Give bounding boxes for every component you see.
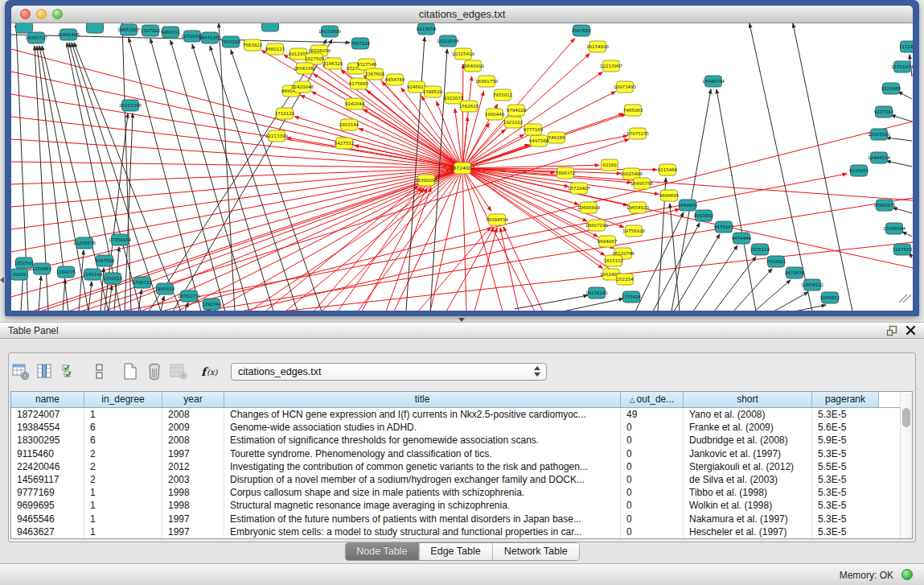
table-selector-dropdown[interactable]: citations_edges.txt (231, 363, 547, 381)
graph-node[interactable]: 6497568 (529, 135, 549, 146)
graph-node[interactable]: 18724007 (450, 163, 475, 174)
graph-node[interactable]: 2367608 (365, 68, 385, 80)
graph-node[interactable]: 1733426 (622, 291, 642, 303)
graph-node[interactable]: 9794028 (507, 105, 527, 116)
graph-node[interactable]: 8953892 (694, 210, 714, 221)
graph-node[interactable]: 7857224 (351, 38, 371, 49)
graph-node[interactable]: 8660123 (265, 43, 285, 55)
graph-node[interactable]: 9777169 (524, 124, 544, 135)
graph-node[interactable]: 18807299 (585, 220, 608, 231)
graph-node[interactable] (87, 23, 104, 33)
graph-node[interactable]: 15992971 (873, 200, 896, 211)
graph-node[interactable]: 9466161 (161, 27, 181, 38)
graph-node[interactable]: 19654923 (626, 202, 649, 213)
graph-node[interactable]: 10973493 (614, 81, 636, 93)
graph-node[interactable]: 1995818 (155, 283, 175, 295)
table-row[interactable]: 1456911722003Disruption of a novel membe… (11, 473, 912, 486)
graph-node[interactable]: 1292344 (202, 299, 222, 310)
scrollbar-thumb[interactable] (902, 408, 910, 427)
graph-node[interactable]: 19218986 (437, 35, 459, 47)
graph-node[interactable]: 14671355 (199, 32, 221, 43)
table-row[interactable]: 969969511998Structural magnetic resonanc… (11, 499, 912, 512)
graph-node[interactable]: 16543362 (294, 63, 316, 74)
table-row[interactable]: 911546021997Tourette syndrome. Phenomeno… (11, 447, 912, 460)
graph-node[interactable]: 18300295 (415, 175, 437, 186)
graph-node[interactable]: 15720407 (568, 183, 590, 194)
table-row[interactable]: 1872400712008Changes of HCN gene express… (11, 408, 912, 421)
window-titlebar[interactable]: citations_edges.txt (11, 6, 913, 23)
vertical-scrollbar[interactable] (900, 393, 913, 538)
graph-node[interactable]: 19756928 (622, 225, 645, 237)
graph-node[interactable]: 1527002 (141, 25, 161, 36)
graph-node[interactable]: 1156863 (32, 263, 52, 274)
graph-node[interactable]: 12444154 (868, 152, 890, 163)
graph-node[interactable]: 7955812 (493, 89, 513, 101)
show-column-icon[interactable] (35, 362, 55, 381)
graph-node[interactable]: 62160 (602, 159, 618, 171)
graph-node[interactable]: 9397588 (95, 255, 115, 266)
create-column-icon[interactable] (121, 362, 140, 381)
graph-node[interactable]: 20153346 (119, 100, 142, 111)
graph-node[interactable]: 10654112 (801, 279, 823, 290)
graph-node[interactable]: 12213399 (265, 130, 288, 142)
graph-node[interactable]: 9684067 (598, 236, 618, 247)
graph-node[interactable]: 16648794 (702, 76, 725, 87)
function-builder-icon[interactable]: f (x) (199, 362, 225, 381)
graph-node[interactable]: 1640954 (678, 200, 698, 211)
graph-node[interactable]: 1167533 (893, 244, 913, 255)
network-canvas[interactable]: 1872400786601238912955182260581827509818… (11, 23, 913, 311)
graph-node[interactable]: 1615152 (604, 255, 624, 266)
graph-node[interactable] (262, 23, 279, 31)
table-row[interactable]: 946362711997Embryonic stem cells: a mode… (11, 525, 912, 538)
tab-edge-table[interactable]: Edge Table (419, 543, 492, 560)
graph-node[interactable]: 8471676 (785, 267, 805, 278)
column-header-title[interactable]: title (224, 392, 621, 407)
panel-collapse-arrow[interactable] (0, 277, 4, 283)
graph-node[interactable]: 7615526 (221, 36, 241, 47)
select-all-columns-icon[interactable] (60, 362, 79, 381)
graph-node[interactable]: 17359924 (109, 234, 131, 245)
graph-node[interactable]: 20891406 (57, 29, 80, 40)
memory-ok-indicator[interactable] (901, 569, 913, 580)
canvas-resize-grip[interactable] (899, 295, 911, 303)
graph-node[interactable]: 16033809 (318, 26, 341, 37)
graph-node[interactable]: 9699695 (659, 190, 680, 201)
graph-node[interactable]: 16782759 (178, 290, 200, 302)
graph-node[interactable]: 9115460 (658, 164, 678, 175)
graph-node[interactable]: 1921022 (503, 117, 524, 128)
graph-node[interactable]: 2803144 (339, 119, 359, 130)
column-header-out_de[interactable]: △out_de... (621, 392, 684, 407)
unselect-all-columns-icon[interactable] (90, 362, 109, 381)
graph-node[interactable] (16, 23, 33, 33)
graph-node[interactable]: 2718120 (275, 108, 295, 119)
graph-node[interactable]: 9245652 (820, 292, 840, 303)
graph-node[interactable]: 7886372 (556, 167, 576, 179)
tab-node-table[interactable]: Node Table (345, 543, 419, 560)
graph-node[interactable]: 1145194 (83, 269, 103, 280)
graph-node[interactable]: 9175685 (349, 78, 369, 89)
close-panel-icon[interactable] (906, 325, 916, 336)
graph-node[interactable]: 10653287 (117, 24, 140, 35)
graph-node[interactable]: 17016504 (883, 223, 906, 234)
graph-node[interactable]: 6479197 (714, 221, 734, 233)
graph-node[interactable]: 12093582 (868, 129, 890, 140)
tab-network-table[interactable]: Network Table (493, 543, 579, 560)
graph-node[interactable]: 10688809 (577, 202, 600, 213)
graph-node[interactable]: 2087682 (572, 25, 592, 36)
graph-node[interactable]: 7485063 (623, 105, 643, 116)
table-options-icon[interactable] (11, 362, 31, 381)
graph-node[interactable]: 7663822 (243, 39, 263, 51)
graph-node[interactable]: 12213967 (600, 60, 622, 72)
graph-node[interactable]: 14136141 (585, 287, 608, 299)
graph-node[interactable]: 9227343 (874, 106, 894, 117)
graph-node[interactable]: 7632621 (766, 256, 786, 267)
graph-node[interactable]: 746266 (548, 132, 565, 143)
graph-node[interactable]: 16154808 (586, 41, 609, 52)
graph-node[interactable]: 16961758 (475, 76, 498, 87)
graph-node[interactable]: 9129966 (881, 83, 901, 94)
graph-node[interactable]: 20206576 (73, 237, 96, 249)
column-header-year[interactable]: year (162, 392, 224, 407)
graph-node[interactable]: 1588520 (423, 86, 443, 97)
graph-node[interactable]: 1795722 (133, 277, 153, 288)
graph-node[interactable]: 17975155 (626, 128, 649, 139)
